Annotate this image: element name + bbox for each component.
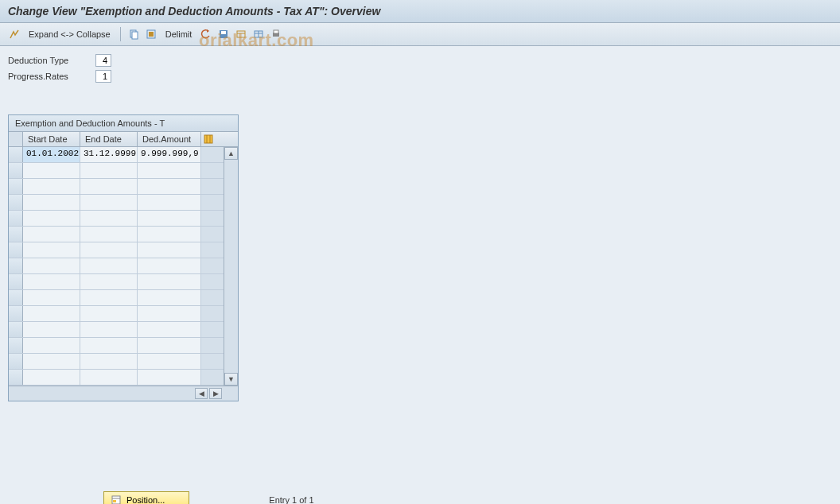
cell-end-date[interactable] [80, 258, 138, 273]
cell-ded-amount[interactable] [138, 274, 201, 289]
selector-header[interactable] [9, 132, 23, 146]
table-row[interactable] [9, 179, 224, 195]
cell-start-date[interactable] [23, 290, 80, 305]
cell-ded-amount[interactable]: 9.999.999,9 [138, 147, 201, 162]
row-selector[interactable] [9, 211, 23, 226]
cell-end-date[interactable] [80, 211, 138, 226]
cell-end-date[interactable] [80, 306, 138, 321]
row-selector[interactable] [9, 179, 23, 194]
row-selector[interactable] [9, 306, 23, 321]
cell-end-date[interactable] [80, 242, 138, 258]
table-row[interactable] [9, 354, 224, 370]
row-selector[interactable] [9, 338, 23, 353]
cell-end-date[interactable] [80, 338, 138, 353]
cell-start-date[interactable] [23, 306, 80, 321]
position-button[interactable]: Position... [103, 491, 189, 504]
cell-ded-amount[interactable] [138, 338, 201, 353]
row-selector[interactable] [9, 322, 23, 337]
table-row[interactable] [9, 338, 224, 354]
cell-start-date[interactable] [23, 242, 80, 258]
col-ded-amount[interactable]: Ded.Amount [138, 132, 201, 146]
cell-ded-amount[interactable] [138, 195, 201, 210]
col-start-date[interactable]: Start Date [23, 132, 80, 146]
row-selector[interactable] [9, 147, 23, 162]
cell-ded-amount[interactable] [138, 290, 201, 305]
table-row[interactable] [9, 163, 224, 179]
row-selector[interactable] [9, 370, 23, 385]
cell-end-date[interactable] [80, 274, 138, 289]
row-selector[interactable] [9, 227, 23, 242]
configure-columns-icon[interactable] [201, 132, 216, 146]
cell-ded-amount[interactable] [138, 258, 201, 273]
table-row[interactable] [9, 195, 224, 211]
new-entries-icon[interactable] [233, 26, 249, 42]
save-icon[interactable] [216, 26, 231, 42]
delimit-button[interactable]: Delimit [161, 29, 197, 39]
cell-end-date[interactable] [80, 354, 138, 369]
cell-ded-amount[interactable] [138, 370, 201, 385]
cell-end-date[interactable] [80, 227, 138, 242]
select-all-icon[interactable] [143, 26, 159, 42]
row-selector[interactable] [9, 163, 23, 178]
cell-end-date[interactable] [80, 370, 138, 385]
undo-icon[interactable] [198, 26, 214, 42]
cell-end-date[interactable]: 31.12.9999 [80, 147, 138, 162]
cell-end-date[interactable] [80, 290, 138, 305]
expand-collapse-button[interactable]: Expand <-> Collapse [24, 29, 115, 39]
vertical-scrollbar[interactable]: ▲ ▼ [224, 147, 238, 386]
cell-end-date[interactable] [80, 163, 138, 178]
cell-start-date[interactable] [23, 370, 80, 385]
table-row[interactable] [9, 306, 224, 322]
row-selector[interactable] [9, 290, 23, 305]
progress-rates-value[interactable]: 1 [95, 70, 111, 83]
scroll-up-icon[interactable]: ▲ [224, 147, 238, 160]
row-selector[interactable] [9, 242, 23, 258]
cell-end-date[interactable] [80, 195, 138, 210]
horizontal-scrollbar[interactable]: ◀ ▶ [9, 386, 238, 401]
cell-ded-amount[interactable] [138, 179, 201, 194]
table-row[interactable] [9, 290, 224, 306]
deduction-type-value[interactable]: 4 [95, 54, 111, 67]
table-row[interactable]: 01.01.200231.12.99999.999.999,9 [9, 147, 224, 163]
row-selector[interactable] [9, 354, 23, 369]
cell-start-date[interactable] [23, 195, 80, 210]
row-selector[interactable] [9, 258, 23, 273]
scroll-left-icon[interactable]: ◀ [195, 388, 208, 399]
cell-ded-amount[interactable] [138, 242, 201, 258]
copy-icon[interactable] [126, 26, 142, 42]
cell-start-date[interactable] [23, 338, 80, 353]
cell-start-date[interactable] [23, 163, 80, 178]
table-panel: Exemption and Deduction Amounts - T Star… [8, 114, 239, 401]
cell-start-date[interactable] [23, 227, 80, 242]
table-row[interactable] [9, 322, 224, 338]
cell-ded-amount[interactable] [138, 163, 201, 178]
cell-ded-amount[interactable] [138, 227, 201, 242]
cell-start-date[interactable]: 01.01.2002 [23, 147, 80, 162]
table-row[interactable] [9, 258, 224, 274]
cell-start-date[interactable] [23, 179, 80, 194]
scroll-right-icon[interactable]: ▶ [209, 388, 222, 399]
cell-start-date[interactable] [23, 258, 80, 273]
cell-ded-amount[interactable] [138, 322, 201, 337]
cell-ded-amount[interactable] [138, 211, 201, 226]
row-selector[interactable] [9, 274, 23, 289]
cell-start-date[interactable] [23, 354, 80, 369]
table-row[interactable] [9, 227, 224, 242]
cell-start-date[interactable] [23, 322, 80, 337]
cell-start-date[interactable] [23, 211, 80, 226]
toggle-icon[interactable] [6, 26, 22, 42]
cell-end-date[interactable] [80, 179, 138, 194]
table-row[interactable] [9, 211, 224, 227]
row-selector[interactable] [9, 195, 23, 210]
cell-start-date[interactable] [23, 274, 80, 289]
cell-ded-amount[interactable] [138, 306, 201, 321]
scroll-down-icon[interactable]: ▼ [224, 373, 238, 386]
table-row[interactable] [9, 242, 224, 258]
col-end-date[interactable]: End Date [80, 132, 138, 146]
cell-end-date[interactable] [80, 322, 138, 337]
print-icon[interactable] [268, 26, 284, 42]
delete-icon[interactable] [251, 26, 266, 42]
table-row[interactable] [9, 370, 224, 386]
cell-ded-amount[interactable] [138, 354, 201, 369]
table-row[interactable] [9, 274, 224, 290]
